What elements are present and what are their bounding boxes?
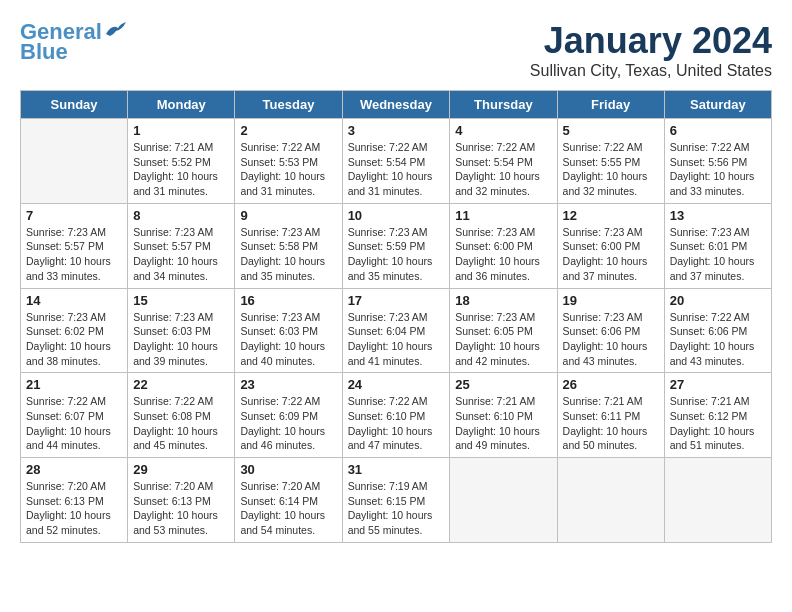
calendar-day-cell	[557, 458, 664, 543]
day-number: 17	[348, 293, 445, 308]
month-title: January 2024	[530, 20, 772, 62]
day-info: Sunrise: 7:22 AM Sunset: 5:54 PM Dayligh…	[348, 140, 445, 199]
day-number: 12	[563, 208, 659, 223]
day-number: 29	[133, 462, 229, 477]
calendar-week-row: 21Sunrise: 7:22 AM Sunset: 6:07 PM Dayli…	[21, 373, 772, 458]
day-number: 6	[670, 123, 766, 138]
day-info: Sunrise: 7:22 AM Sunset: 6:10 PM Dayligh…	[348, 394, 445, 453]
day-info: Sunrise: 7:20 AM Sunset: 6:13 PM Dayligh…	[26, 479, 122, 538]
calendar-day-cell: 31Sunrise: 7:19 AM Sunset: 6:15 PM Dayli…	[342, 458, 450, 543]
day-number: 5	[563, 123, 659, 138]
day-info: Sunrise: 7:23 AM Sunset: 6:03 PM Dayligh…	[133, 310, 229, 369]
calendar-day-cell: 6Sunrise: 7:22 AM Sunset: 5:56 PM Daylig…	[664, 119, 771, 204]
calendar-day-cell: 19Sunrise: 7:23 AM Sunset: 6:06 PM Dayli…	[557, 288, 664, 373]
calendar-day-cell: 17Sunrise: 7:23 AM Sunset: 6:04 PM Dayli…	[342, 288, 450, 373]
day-number: 2	[240, 123, 336, 138]
day-number: 18	[455, 293, 551, 308]
day-info: Sunrise: 7:23 AM Sunset: 6:00 PM Dayligh…	[455, 225, 551, 284]
day-info: Sunrise: 7:20 AM Sunset: 6:13 PM Dayligh…	[133, 479, 229, 538]
day-info: Sunrise: 7:22 AM Sunset: 6:07 PM Dayligh…	[26, 394, 122, 453]
calendar-week-row: 28Sunrise: 7:20 AM Sunset: 6:13 PM Dayli…	[21, 458, 772, 543]
day-info: Sunrise: 7:20 AM Sunset: 6:14 PM Dayligh…	[240, 479, 336, 538]
calendar-day-cell: 22Sunrise: 7:22 AM Sunset: 6:08 PM Dayli…	[128, 373, 235, 458]
calendar-day-cell: 16Sunrise: 7:23 AM Sunset: 6:03 PM Dayli…	[235, 288, 342, 373]
calendar-day-cell: 26Sunrise: 7:21 AM Sunset: 6:11 PM Dayli…	[557, 373, 664, 458]
calendar-day-cell: 18Sunrise: 7:23 AM Sunset: 6:05 PM Dayli…	[450, 288, 557, 373]
day-number: 20	[670, 293, 766, 308]
calendar-day-cell	[450, 458, 557, 543]
day-number: 8	[133, 208, 229, 223]
calendar-day-cell: 23Sunrise: 7:22 AM Sunset: 6:09 PM Dayli…	[235, 373, 342, 458]
calendar-week-row: 1Sunrise: 7:21 AM Sunset: 5:52 PM Daylig…	[21, 119, 772, 204]
day-number: 19	[563, 293, 659, 308]
day-number: 28	[26, 462, 122, 477]
calendar-day-cell: 4Sunrise: 7:22 AM Sunset: 5:54 PM Daylig…	[450, 119, 557, 204]
day-number: 4	[455, 123, 551, 138]
day-info: Sunrise: 7:22 AM Sunset: 5:55 PM Dayligh…	[563, 140, 659, 199]
weekday-header: Wednesday	[342, 91, 450, 119]
calendar-day-cell: 27Sunrise: 7:21 AM Sunset: 6:12 PM Dayli…	[664, 373, 771, 458]
day-number: 31	[348, 462, 445, 477]
day-number: 1	[133, 123, 229, 138]
day-number: 14	[26, 293, 122, 308]
day-info: Sunrise: 7:23 AM Sunset: 6:03 PM Dayligh…	[240, 310, 336, 369]
calendar-day-cell: 12Sunrise: 7:23 AM Sunset: 6:00 PM Dayli…	[557, 203, 664, 288]
weekday-header: Sunday	[21, 91, 128, 119]
calendar-week-row: 14Sunrise: 7:23 AM Sunset: 6:02 PM Dayli…	[21, 288, 772, 373]
calendar-day-cell: 14Sunrise: 7:23 AM Sunset: 6:02 PM Dayli…	[21, 288, 128, 373]
day-info: Sunrise: 7:23 AM Sunset: 5:59 PM Dayligh…	[348, 225, 445, 284]
calendar-day-cell: 7Sunrise: 7:23 AM Sunset: 5:57 PM Daylig…	[21, 203, 128, 288]
day-number: 7	[26, 208, 122, 223]
weekday-header: Thursday	[450, 91, 557, 119]
calendar-day-cell: 9Sunrise: 7:23 AM Sunset: 5:58 PM Daylig…	[235, 203, 342, 288]
day-number: 16	[240, 293, 336, 308]
day-number: 3	[348, 123, 445, 138]
day-number: 22	[133, 377, 229, 392]
weekday-header: Friday	[557, 91, 664, 119]
calendar-day-cell: 10Sunrise: 7:23 AM Sunset: 5:59 PM Dayli…	[342, 203, 450, 288]
day-info: Sunrise: 7:22 AM Sunset: 6:08 PM Dayligh…	[133, 394, 229, 453]
day-number: 30	[240, 462, 336, 477]
day-number: 13	[670, 208, 766, 223]
calendar-day-cell: 24Sunrise: 7:22 AM Sunset: 6:10 PM Dayli…	[342, 373, 450, 458]
header: General Blue January 2024 Sullivan City,…	[20, 20, 772, 80]
day-number: 27	[670, 377, 766, 392]
calendar-day-cell	[664, 458, 771, 543]
calendar-day-cell: 8Sunrise: 7:23 AM Sunset: 5:57 PM Daylig…	[128, 203, 235, 288]
day-number: 24	[348, 377, 445, 392]
calendar-day-cell: 25Sunrise: 7:21 AM Sunset: 6:10 PM Dayli…	[450, 373, 557, 458]
calendar-day-cell: 21Sunrise: 7:22 AM Sunset: 6:07 PM Dayli…	[21, 373, 128, 458]
calendar-day-cell	[21, 119, 128, 204]
day-info: Sunrise: 7:23 AM Sunset: 6:05 PM Dayligh…	[455, 310, 551, 369]
calendar-day-cell: 3Sunrise: 7:22 AM Sunset: 5:54 PM Daylig…	[342, 119, 450, 204]
day-info: Sunrise: 7:23 AM Sunset: 6:01 PM Dayligh…	[670, 225, 766, 284]
day-info: Sunrise: 7:21 AM Sunset: 6:11 PM Dayligh…	[563, 394, 659, 453]
day-info: Sunrise: 7:23 AM Sunset: 6:04 PM Dayligh…	[348, 310, 445, 369]
calendar-day-cell: 5Sunrise: 7:22 AM Sunset: 5:55 PM Daylig…	[557, 119, 664, 204]
calendar-table: SundayMondayTuesdayWednesdayThursdayFrid…	[20, 90, 772, 543]
day-number: 11	[455, 208, 551, 223]
day-info: Sunrise: 7:22 AM Sunset: 5:54 PM Dayligh…	[455, 140, 551, 199]
day-info: Sunrise: 7:23 AM Sunset: 6:00 PM Dayligh…	[563, 225, 659, 284]
calendar-day-cell: 1Sunrise: 7:21 AM Sunset: 5:52 PM Daylig…	[128, 119, 235, 204]
calendar-day-cell: 13Sunrise: 7:23 AM Sunset: 6:01 PM Dayli…	[664, 203, 771, 288]
day-number: 23	[240, 377, 336, 392]
day-number: 15	[133, 293, 229, 308]
day-info: Sunrise: 7:23 AM Sunset: 5:57 PM Dayligh…	[133, 225, 229, 284]
calendar-week-row: 7Sunrise: 7:23 AM Sunset: 5:57 PM Daylig…	[21, 203, 772, 288]
day-info: Sunrise: 7:23 AM Sunset: 5:57 PM Dayligh…	[26, 225, 122, 284]
calendar-header: SundayMondayTuesdayWednesdayThursdayFrid…	[21, 91, 772, 119]
day-info: Sunrise: 7:22 AM Sunset: 5:53 PM Dayligh…	[240, 140, 336, 199]
calendar-day-cell: 30Sunrise: 7:20 AM Sunset: 6:14 PM Dayli…	[235, 458, 342, 543]
calendar-day-cell: 28Sunrise: 7:20 AM Sunset: 6:13 PM Dayli…	[21, 458, 128, 543]
weekday-header: Saturday	[664, 91, 771, 119]
weekday-header: Tuesday	[235, 91, 342, 119]
logo: General Blue	[20, 20, 126, 64]
location-subtitle: Sullivan City, Texas, United States	[530, 62, 772, 80]
day-info: Sunrise: 7:21 AM Sunset: 6:10 PM Dayligh…	[455, 394, 551, 453]
day-number: 21	[26, 377, 122, 392]
calendar-day-cell: 29Sunrise: 7:20 AM Sunset: 6:13 PM Dayli…	[128, 458, 235, 543]
calendar-day-cell: 2Sunrise: 7:22 AM Sunset: 5:53 PM Daylig…	[235, 119, 342, 204]
calendar-day-cell: 15Sunrise: 7:23 AM Sunset: 6:03 PM Dayli…	[128, 288, 235, 373]
day-number: 10	[348, 208, 445, 223]
